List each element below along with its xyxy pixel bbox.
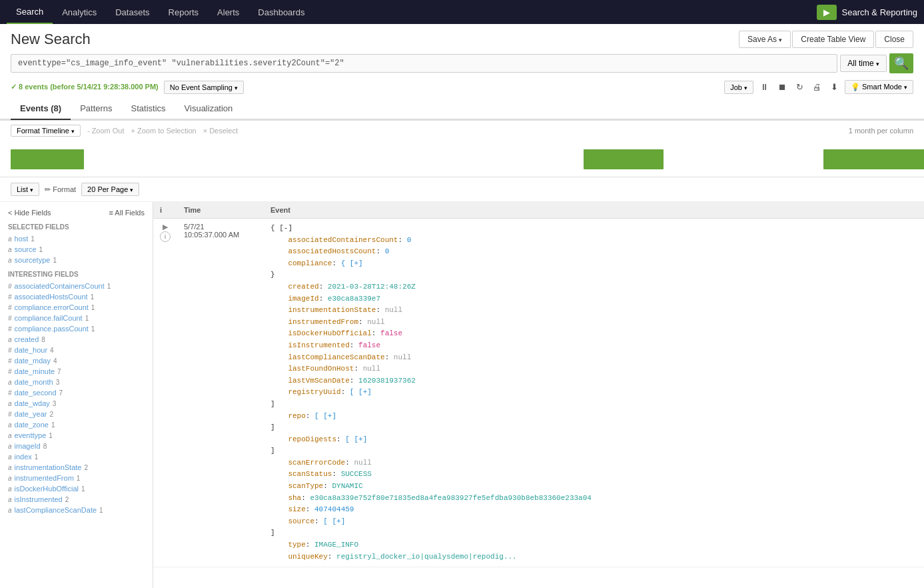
zoom-out-button[interactable]: - Zoom Out [87, 127, 125, 135]
timeline-bar-2 [584, 149, 664, 169]
field-sourcetype-type: a [8, 257, 12, 264]
field-isInstrumented[interactable]: a isInstrumented 2 [8, 494, 145, 505]
field-compliance.failCount[interactable]: # compliance.failCount 1 [8, 313, 145, 323]
brand-arrow-icon: ▶ [823, 7, 830, 17]
top-navigation: Search Analytics Datasets Reports Alerts… [0, 0, 924, 24]
field-host-name: host [15, 235, 29, 243]
field-associatedContainersCount[interactable]: # associatedContainersCount 1 [8, 281, 145, 291]
selected-fields-title: SELECTED FIELDS [8, 223, 145, 231]
nav-datasets[interactable]: Datasets [106, 0, 159, 24]
smart-mode-button[interactable]: 💡 Smart Mode ▾ [845, 80, 913, 94]
tabs-row: Events (8) Patterns Statistics Visualiza… [0, 98, 924, 120]
field-sourcetype-count: 1 [53, 257, 57, 264]
nav-reports[interactable]: Reports [159, 0, 209, 24]
timeline-chart [11, 139, 913, 173]
tab-events[interactable]: Events (8) [11, 98, 71, 120]
nav-right: ▶ Search & Reporting [817, 5, 917, 20]
info-button[interactable]: i [160, 231, 171, 242]
results-table: i Time Event ▶ i 5/7/21 10:05:37.000 AM [153, 202, 924, 567]
search-icon: 🔍 [894, 56, 909, 71]
per-page-button[interactable]: 20 Per Page ▾ [81, 183, 139, 196]
print-button[interactable]: 🖨 [810, 81, 824, 93]
pause-button[interactable]: ⏸ [757, 81, 771, 93]
field-instrumentationState[interactable]: a instrumentationState 2 [8, 462, 145, 473]
hide-fields-button[interactable]: < Hide Fields [8, 209, 51, 217]
field-imageId[interactable]: a imageId 8 [8, 441, 145, 451]
field-date_minute[interactable]: # date_minute 7 [8, 366, 145, 377]
search-button[interactable]: 🔍 [889, 53, 913, 73]
field-date_month[interactable]: a date_month 3 [8, 377, 145, 387]
stop-button[interactable]: ⏹ [775, 81, 789, 93]
zoom-to-selection-button[interactable]: + Zoom to Selection [131, 127, 197, 135]
close-button[interactable]: Close [875, 31, 913, 48]
event-clock: 10:05:37.000 AM [184, 231, 257, 239]
create-table-view-button[interactable]: Create Table View [792, 31, 874, 48]
col-header-event: Event [264, 202, 924, 219]
field-associatedHostsCount[interactable]: # associatedHostsCount 1 [8, 291, 145, 302]
search-bar-row: All time ▾ 🔍 [11, 53, 913, 73]
col-header-i: i [153, 202, 177, 219]
field-index[interactable]: a index 1 [8, 451, 145, 462]
interesting-fields-list: # associatedContainersCount 1# associate… [8, 281, 145, 515]
field-eventtype[interactable]: a eventtype 1 [8, 430, 145, 441]
search-input[interactable] [11, 54, 837, 73]
page-header: New Search Save As ▾ Create Table View C… [0, 24, 924, 121]
format-button[interactable]: ✏ Format [45, 185, 76, 194]
timeline-area: Format Timeline ▾ - Zoom Out + Zoom to S… [0, 121, 924, 177]
nav-dashboards[interactable]: Dashboards [248, 0, 314, 24]
status-check: ✓ 8 events (before 5/14/21 9:28:38.000 P… [11, 83, 159, 91]
field-lastComplianceScanDate[interactable]: a lastComplianceScanDate 1 [8, 505, 145, 515]
field-source-type: a [8, 246, 12, 253]
field-compliance.errorCount[interactable]: # compliance.errorCount 1 [8, 302, 145, 313]
field-instrumentedFrom[interactable]: a instrumentedFrom 1 [8, 473, 145, 483]
table-row: ▶ i 5/7/21 10:05:37.000 AM { [-] associa… [153, 219, 924, 567]
field-sourcetype[interactable]: a sourcetype 1 [8, 255, 145, 265]
field-isDockerHubOfficial[interactable]: a isDockerHubOfficial 1 [8, 483, 145, 494]
list-button[interactable]: List ▾ [11, 183, 39, 196]
deselect-button[interactable]: × Deselect [203, 127, 238, 135]
field-source[interactable]: a source 1 [8, 244, 145, 255]
timeline-controls: Format Timeline ▾ - Zoom Out + Zoom to S… [11, 125, 913, 137]
timeline-bar-3 [823, 149, 924, 169]
time-picker[interactable]: All time ▾ [840, 55, 887, 72]
field-host[interactable]: a host 1 [8, 233, 145, 244]
results-controls: List ▾ ✏ Format 20 Per Page ▾ [0, 177, 924, 202]
tab-visualization[interactable]: Visualization [175, 98, 242, 120]
sidebar-header: < Hide Fields ≡ All Fields [8, 209, 145, 217]
nav-search[interactable]: Search [7, 0, 53, 24]
brand-icon-btn[interactable]: ▶ [817, 5, 837, 20]
field-source-name: source [15, 245, 37, 253]
status-right: Job ▾ ⏸ ⏹ ↻ 🖨 ⬇ 💡 Smart Mode ▾ [724, 80, 913, 94]
event-date: 5/7/21 [184, 223, 257, 231]
page-title: New Search [11, 31, 91, 48]
field-created[interactable]: a created 8 [8, 334, 145, 345]
status-bar: ✓ 8 events (before 5/14/21 9:28:38.000 P… [11, 77, 913, 98]
field-date_wday[interactable]: a date_wday 3 [8, 398, 145, 409]
sidebar: < Hide Fields ≡ All Fields SELECTED FIEL… [0, 202, 153, 588]
job-button[interactable]: Job ▾ [724, 81, 753, 94]
tab-statistics[interactable]: Statistics [122, 98, 175, 120]
row-info-cell: ▶ i [153, 219, 177, 567]
field-date_zone[interactable]: a date_zone 1 [8, 419, 145, 430]
timeline-bar-1 [11, 149, 84, 169]
expand-button[interactable]: ▶ [163, 223, 168, 231]
status-left: ✓ 8 events (before 5/14/21 9:28:38.000 P… [11, 81, 244, 94]
tab-patterns[interactable]: Patterns [71, 98, 121, 120]
nav-alerts[interactable]: Alerts [208, 0, 248, 24]
page-actions: Save As ▾ Create Table View Close [739, 31, 913, 48]
save-as-button[interactable]: Save As ▾ [739, 31, 791, 48]
field-compliance.passCount[interactable]: # compliance.passCount 1 [8, 323, 145, 334]
export-button[interactable]: ⬇ [828, 81, 841, 93]
field-date_year[interactable]: # date_year 2 [8, 409, 145, 419]
all-fields-button[interactable]: ≡ All Fields [109, 209, 145, 217]
field-host-count: 1 [31, 235, 35, 243]
field-date_mday[interactable]: # date_mday 4 [8, 355, 145, 366]
no-event-sampling-button[interactable]: No Event Sampling ▾ [164, 81, 244, 94]
row-event-cell: { [-] associatedContainersCount: 0 assoc… [264, 219, 924, 567]
format-timeline-button[interactable]: Format Timeline ▾ [11, 125, 81, 137]
field-date_hour[interactable]: # date_hour 4 [8, 345, 145, 355]
nav-analytics[interactable]: Analytics [53, 0, 106, 24]
field-date_second[interactable]: # date_second 7 [8, 387, 145, 398]
refresh-button[interactable]: ↻ [793, 81, 806, 93]
col-header-time: Time [177, 202, 264, 219]
